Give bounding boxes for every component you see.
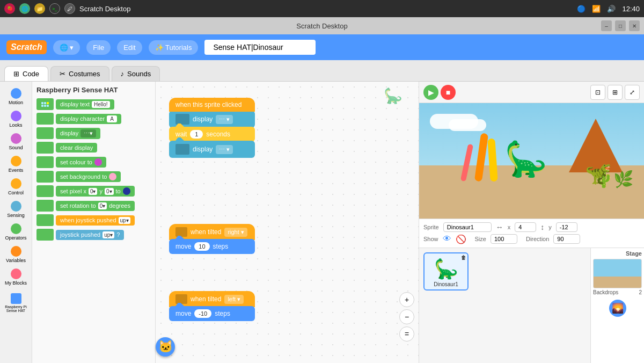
- globe-icon[interactable]: 🌐: [19, 3, 30, 14]
- block-wait-input[interactable]: 1: [190, 130, 203, 139]
- folder-icon[interactable]: 📁: [34, 3, 45, 14]
- looks-label: Looks: [9, 122, 22, 128]
- zoom-in-button[interactable]: +: [399, 292, 414, 307]
- block-move-right[interactable]: move 10 steps: [169, 239, 255, 254]
- block-display-character[interactable]: display character A: [36, 113, 151, 125]
- sprite-preview-dino: 🦕: [434, 258, 458, 280]
- rpisensehat-dot: [11, 293, 21, 304]
- sensehat-icon-tilt-left: [175, 294, 187, 304]
- sidebar-item-rpisensehat[interactable]: Raspberry Pi Sense HAT: [0, 291, 32, 315]
- block-when-sprite-clicked[interactable]: when this sprite clicked: [169, 98, 255, 112]
- block-label-display-character: display character A: [56, 114, 121, 124]
- tilted-right-dropdown[interactable]: right ▾: [224, 228, 247, 237]
- block-set-background[interactable]: set background to: [36, 171, 151, 183]
- block-display-text[interactable]: display text Hello!: [36, 98, 151, 110]
- sidebar-item-sound[interactable]: Sound: [0, 131, 32, 153]
- block-set-pixel[interactable]: set pixel x 0▾ y 0▾ to: [36, 185, 151, 197]
- sidebar-item-sensing[interactable]: Sensing: [0, 199, 32, 220]
- direction-label: Direction: [526, 236, 549, 242]
- move-left-steps-input[interactable]: -10: [194, 309, 211, 318]
- maximize-button[interactable]: □: [615, 20, 626, 31]
- titlebar: 🍓 🌐 📁 >_ 🖊 Scratch Desktop 🔵 📶 🔊 12:40: [0, 0, 644, 17]
- minimize-button[interactable]: –: [601, 20, 612, 31]
- sidebar-item-motion[interactable]: Motion: [0, 86, 32, 107]
- sprite-name-input[interactable]: [443, 222, 492, 232]
- stop-button[interactable]: ■: [441, 85, 456, 100]
- block-icon-set-colour: [36, 156, 54, 168]
- titlebar-right: 🔵 📶 🔊 12:40: [577, 5, 640, 13]
- direction-input[interactable]: [553, 234, 580, 244]
- block-icon-set-background: [36, 171, 54, 183]
- move-right-steps-input[interactable]: 10: [194, 242, 209, 251]
- sprite-thumbnail-dinosaur1[interactable]: 🗑 🦕 Dinosaur1: [423, 252, 469, 291]
- sidebar-item-variables[interactable]: Variables: [0, 244, 32, 265]
- stage-toolbar: ▶ ■ ⊡ ⊞ ⤢: [419, 82, 644, 103]
- tutorials-button[interactable]: ✨ Tutorials: [149, 40, 199, 55]
- block-move-left[interactable]: move -10 steps: [169, 306, 255, 321]
- appbar-title: Scratch Desktop: [296, 22, 347, 30]
- block-seconds-text: seconds: [206, 130, 230, 138]
- sounds-tab-icon: ♪: [121, 70, 125, 78]
- sprite-label: Sprite: [423, 224, 439, 230]
- block-set-rotation[interactable]: set rotation to 0▾ degrees: [36, 200, 151, 212]
- sensehat-icon-2: [175, 144, 189, 155]
- project-name-input[interactable]: [204, 40, 316, 55]
- globe-nav-button[interactable]: 🌐 ▾: [53, 40, 80, 55]
- zoom-out-button[interactable]: −: [399, 309, 414, 324]
- stage-thumbnail[interactable]: [593, 259, 642, 288]
- block-joystick-pushed[interactable]: joystick pushed up▾ ?: [36, 229, 151, 241]
- terminal-icon[interactable]: >_: [49, 3, 60, 14]
- block-label-set-colour: set colour to: [56, 157, 106, 168]
- block-set-colour[interactable]: set colour to: [36, 156, 151, 168]
- sidebar-item-operators[interactable]: Operators: [0, 221, 32, 243]
- block-display-dropdown-2[interactable]: ⋯ ▾: [216, 145, 233, 154]
- block-icon-clear-display: [36, 142, 54, 154]
- block-display-dropdown-1[interactable]: ⋯ ▾: [216, 115, 233, 124]
- x-input[interactable]: [515, 222, 536, 232]
- cloud-2: [449, 119, 486, 131]
- normal-stage-button[interactable]: ⊞: [608, 85, 623, 100]
- tab-code[interactable]: ⊞ Code: [4, 66, 48, 81]
- code-tab-label: Code: [23, 70, 39, 78]
- y-input[interactable]: [556, 222, 577, 232]
- raspberry-icon[interactable]: 🍓: [4, 3, 15, 14]
- titlebar-left: 🍓 🌐 📁 >_ 🖊 Scratch Desktop: [4, 3, 130, 14]
- block-display-2[interactable]: display ⋯ ▾: [169, 141, 255, 158]
- script-area[interactable]: 🦕 when this sprite clicked display ⋯ ▾ w…: [156, 82, 419, 363]
- file-menu-button[interactable]: File: [86, 40, 111, 55]
- code-group-tilted-left: when tilted left ▾ move -10 steps: [169, 291, 255, 321]
- move-left-text: move: [175, 310, 191, 317]
- tab-sounds[interactable]: ♪ Sounds: [112, 66, 160, 81]
- show-hidden-button[interactable]: 🚫: [456, 234, 466, 244]
- stage-view-buttons: ⊡ ⊞ ⤢: [590, 85, 640, 100]
- delete-sprite-button[interactable]: 🗑: [461, 255, 466, 260]
- show-visible-button[interactable]: 👁: [443, 234, 451, 244]
- block-display[interactable]: display ⋯▾: [36, 127, 151, 139]
- green-flag-button[interactable]: ▶: [423, 85, 438, 100]
- block-clear-display[interactable]: clear display: [36, 142, 151, 154]
- small-stage-button[interactable]: ⊡: [590, 85, 605, 100]
- block-label-set-rotation: set rotation to 0▾ degrees: [56, 201, 135, 211]
- block-icon-set-rotation: [36, 200, 54, 212]
- add-backdrop-button[interactable]: 🌄: [593, 300, 642, 317]
- block-when-joystick[interactable]: when joystick pushed up▾: [36, 214, 151, 226]
- fullscreen-button[interactable]: ⤢: [625, 85, 640, 100]
- edit-menu-button[interactable]: Edit: [117, 40, 142, 55]
- sidebar-item-events[interactable]: Events: [0, 154, 32, 175]
- sidebar-item-myblocks[interactable]: My Blocks: [0, 266, 32, 288]
- code-group-sprite-clicked: when this sprite clicked display ⋯ ▾ wai…: [169, 98, 255, 158]
- sidebar-item-looks[interactable]: Looks: [0, 108, 32, 130]
- block-icon-display: [36, 127, 54, 139]
- events-dot: [11, 156, 21, 166]
- looks-dot: [11, 111, 21, 121]
- tilted-left-dropdown[interactable]: left ▾: [224, 295, 244, 304]
- tab-costumes[interactable]: ✂ Costumes: [50, 66, 109, 81]
- fit-button[interactable]: =: [399, 326, 414, 342]
- block-icon-display-text: [36, 98, 54, 110]
- close-button[interactable]: ✕: [629, 20, 640, 31]
- block-wait-text: wait: [175, 130, 187, 138]
- scratch-icon[interactable]: 🖊: [64, 3, 75, 14]
- size-input[interactable]: [491, 234, 517, 244]
- backdrops-count: 2: [639, 289, 642, 295]
- sidebar-item-control[interactable]: Control: [0, 176, 32, 198]
